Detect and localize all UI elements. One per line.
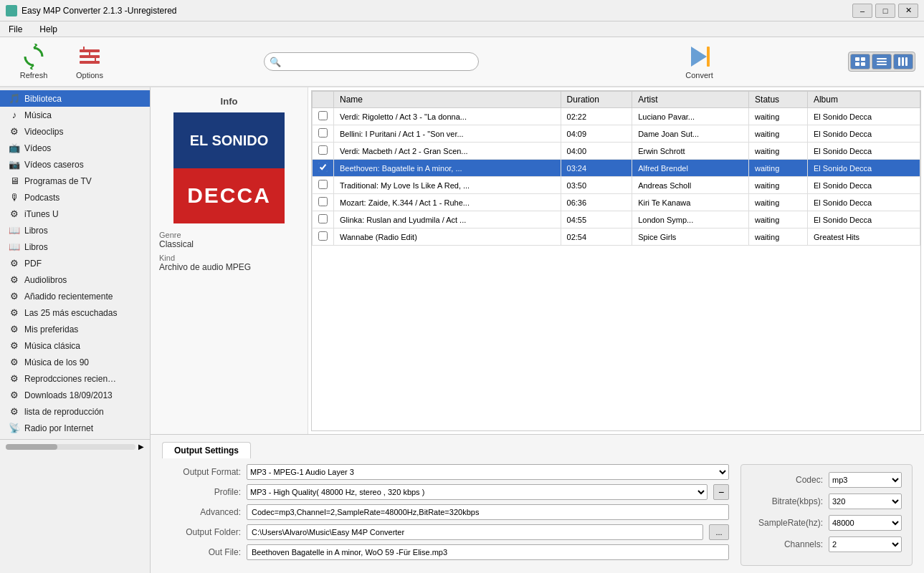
search-icon: 🔍 [270,57,281,67]
channels-select[interactable]: 2 [829,536,902,552]
track-table-wrapper[interactable]: Name Duration Artist Status Album Verdi:… [311,90,921,431]
menu-bar: File Help [0,21,924,37]
refresh-icon [21,44,47,69]
bitrate-select[interactable]: 320 [829,493,902,509]
libros1-icon: 📖 [9,225,20,236]
svg-rect-7 [707,47,710,67]
musica-90-icon: ⚙ [9,357,20,367]
row-checkbox[interactable] [318,197,328,206]
sidebar-label-downloads: Downloads 18/09/2013 [24,390,113,400]
row-checkbox[interactable] [318,231,328,241]
sidebar-item-biblioteca[interactable]: 🎵 Biblioteca [0,90,150,107]
table-row[interactable]: Mozart: Zaide, K.344 / Act 1 - Ruhe...06… [313,194,920,211]
sidebar-label-anadido: Añadido recientemente [24,292,113,302]
sidebar-item-downloads[interactable]: ⚙ Downloads 18/09/2013 [0,387,150,403]
advanced-input[interactable] [247,504,729,520]
minimize-button[interactable]: – [852,4,872,18]
options-button[interactable]: Options [65,40,115,83]
row-checkbox[interactable] [318,180,328,189]
codec-select[interactable]: mp3 [829,472,902,488]
menu-file[interactable]: File [6,23,25,36]
row-cell-album: El Sonido Decca [807,211,920,228]
table-row[interactable]: Wannabe (Radio Edit)02:54Spice Girlswait… [313,228,920,246]
sidebar-item-audiolibros[interactable]: ⚙ Audiolibros [0,271,150,288]
sidebar-item-programas[interactable]: 🖥 Programas de TV [0,173,150,189]
sidebar-item-anadido[interactable]: ⚙ Añadido recientemente [0,288,150,304]
table-row[interactable]: Traditional: My Love Is Like A Red, ...0… [313,177,920,194]
samplerate-row: SampleRate(hz): 48000 [751,515,902,531]
table-row[interactable]: Verdi: Rigoletto / Act 3 - "La donna...0… [313,108,920,125]
sidebar-item-radio[interactable]: 📡 Radio por Internet [0,420,150,436]
convert-button[interactable]: Convert [675,40,725,83]
row-cell-duration: 04:00 [561,143,632,160]
sidebar-item-libros1[interactable]: 📖 Libros [0,222,150,239]
svg-rect-4 [80,61,100,64]
row-cell-status: waiting [749,177,808,194]
output-settings: Output Settings Output Format: MP3 - MPE… [151,434,924,573]
row-checkbox[interactable] [318,111,328,120]
sidebar-label-musica-90: Música de los 90 [24,357,89,367]
sidebar-label-audiolibros: Audiolibros [24,275,67,285]
sidebar-item-pdf[interactable]: ⚙ PDF [0,255,150,271]
sidebar-item-musica[interactable]: ♪ Música [0,107,150,123]
info-genre-row: Genre Classical [159,231,299,249]
col-header-check [313,92,334,108]
folder-input[interactable] [247,524,703,540]
settings-left: Output Format: MP3 - MPEG-1 Audio Layer … [162,464,729,566]
row-cell-artist: Spice Girls [632,228,749,246]
settings-tab-output[interactable]: Output Settings [162,442,251,458]
row-checkbox-cell [313,125,334,143]
sidebar-item-musica-90[interactable]: ⚙ Música de los 90 [0,354,150,370]
profile-select[interactable]: MP3 - High Quality( 48000 Hz, stereo , 3… [247,484,708,500]
sidebar-item-musica-clasica[interactable]: ⚙ Música clásica [0,337,150,354]
maximize-button[interactable]: □ [875,4,895,18]
row-checkbox-cell [313,108,334,125]
sidebar-item-videos[interactable]: 📺 Vídeos [0,140,150,156]
row-checkbox[interactable] [318,128,328,138]
browse-button[interactable]: ... [709,524,729,540]
outfile-input[interactable] [247,544,729,560]
row-cell-status: waiting [749,160,808,177]
search-input[interactable] [264,52,479,71]
view-btn-2[interactable] [872,54,892,69]
row-cell-artist: Dame Joan Sut... [632,125,749,143]
row-checkbox[interactable] [318,163,328,172]
table-row[interactable]: Beethoven: Bagatelle in A minor, ...03:2… [313,160,920,177]
sidebar-item-podcasts[interactable]: 🎙 Podcasts [0,189,150,206]
options-icon [77,44,103,69]
row-checkbox[interactable] [318,145,328,155]
samplerate-select[interactable]: 48000 [829,515,902,531]
sidebar-scroll-right[interactable]: ▶ [138,443,144,451]
minus-button[interactable]: − [713,484,729,500]
table-row[interactable]: Glinka: Ruslan and Lyudmila / Act ...04:… [313,211,920,228]
sidebar-label-videoclips: Videoclips [24,127,63,137]
sidebar-item-lista[interactable]: ⚙ lista de reproducción [0,403,150,420]
folder-row: Output Folder: ... [162,524,729,540]
row-cell-artist: Andreas Scholl [632,177,749,194]
close-button[interactable]: ✕ [898,4,918,18]
advanced-label: Advanced: [162,507,241,517]
sidebar-item-videoclips[interactable]: ⚙ Videoclips [0,123,150,140]
album-line3: DECCA [187,183,271,208]
biblioteca-icon: 🎵 [9,93,20,104]
table-row[interactable]: Verdi: Macbeth / Act 2 - Gran Scen...04:… [313,143,920,160]
sidebar-item-videos-caseros[interactable]: 📷 Vídeos caseros [0,156,150,173]
refresh-button[interactable]: Refresh [9,40,59,83]
sidebar-label-25mas: Las 25 más escuchadas [24,308,117,318]
sidebar-item-libros2[interactable]: 📖 Libros [0,239,150,255]
table-row[interactable]: Bellini: I Puritani / Act 1 - "Son ver..… [313,125,920,143]
sidebar-item-preferidas[interactable]: ⚙ Mis preferidas [0,321,150,337]
view-btn-3[interactable] [893,54,913,69]
sidebar-item-reproducciones[interactable]: ⚙ Reprodcciones recien… [0,370,150,387]
row-cell-name: Traditional: My Love Is Like A Red, ... [334,177,561,194]
row-cell-artist: Erwin Schrott [632,143,749,160]
sidebar-item-25mas[interactable]: ⚙ Las 25 más escuchadas [0,304,150,321]
svg-rect-16 [902,57,904,66]
sidebar-item-itunes-u[interactable]: ⚙ iTunes U [0,206,150,222]
sidebar-label-podcasts: Podcasts [24,193,59,203]
25mas-icon: ⚙ [9,307,20,318]
view-btn-1[interactable] [850,54,870,69]
menu-help[interactable]: Help [37,23,60,36]
format-select[interactable]: MP3 - MPEG-1 Audio Layer 3 [247,464,729,480]
row-checkbox[interactable] [318,214,328,223]
